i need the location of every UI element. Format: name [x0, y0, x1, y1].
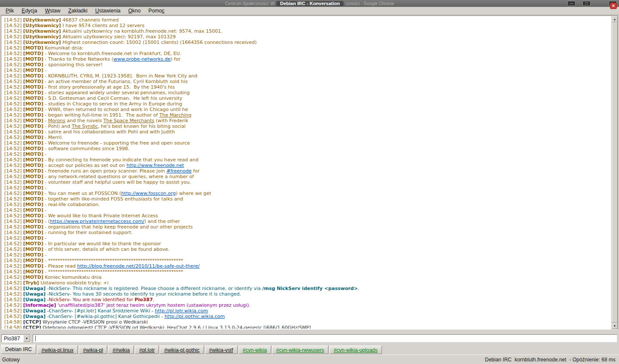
text-cursor	[35, 336, 36, 341]
chat-text: for	[192, 168, 200, 174]
chevron-down-icon[interactable]: ▼	[23, 335, 30, 342]
nickname-value: Pio387	[4, 336, 20, 342]
nickname-dropdown[interactable]: Pio387 ▼	[1, 334, 31, 342]
menu-item-ustawienia[interactable]: Ustawienia	[91, 7, 124, 15]
menu-item-zakadki[interactable]: Zakładki	[64, 7, 91, 15]
chat-line: [14:52] [MOTD] - of this server, details…	[4, 247, 611, 252]
chat-text: - We would like to thank Private Interne…	[45, 213, 158, 219]
tab-debian-irc[interactable]: Debian IRC	[1, 345, 36, 354]
chat-text: - real-life collaboration.	[45, 202, 100, 207]
timestamp: [14:52]	[4, 135, 22, 140]
chat-line: [14:52] [Użytkownicy] Aktualni użytkowni…	[4, 34, 611, 40]
timestamp: [14:52]	[4, 263, 22, 269]
status-lag: - Opóźnienie: 68 ms	[569, 357, 616, 363]
chat-line: [14:52] [MOTD] - studies in Chicago to s…	[4, 101, 611, 107]
sender-label: [MOTD]	[23, 151, 43, 157]
chat-line: [14:52] [Tryb] Ustawiono osobiste tryby:…	[4, 280, 611, 286]
timestamp: [14:52]	[4, 258, 22, 263]
tab-wikia[interactable]: ##wikia	[108, 345, 134, 354]
chat-text: -NickServ- This nickname is registered. …	[47, 286, 262, 291]
chat-text: - organisations that help keep freenode …	[45, 224, 192, 230]
chat-text: 'unaffiliated/pio387' jest teraz twoim u…	[58, 302, 251, 308]
chat-text: Highest connection count: 15002 (15001 c…	[62, 40, 257, 45]
menu-item-plik[interactable]: Plik	[2, 7, 18, 15]
chat-text: Komunikat dnia:	[45, 45, 83, 51]
chat-link[interactable]: www.probe-networks.de	[113, 56, 170, 62]
sender-label: [Uwaga]	[23, 314, 46, 319]
timestamp: [14:52]	[4, 129, 22, 135]
window-title: Debian IRC - Konversation	[276, 1, 344, 6]
chat-text: - together with like-minded FOSS enthusi…	[45, 196, 183, 202]
sender-label: [MOTD]	[23, 107, 43, 112]
chat-line: [14:52] [MOTD] - began writing full-time…	[4, 112, 611, 118]
chat-text: -	[45, 235, 46, 241]
sender-label: [MOTD]	[23, 51, 43, 56]
chat-line: [14:52] [MOTD] -	[4, 185, 611, 191]
chat-text: /msg NickServ identify <password>	[262, 286, 358, 291]
menu-item-okno[interactable]: Okno	[124, 7, 145, 15]
menu-item-pomoc[interactable]: Pomoc	[145, 7, 168, 15]
timestamp: [14:52]	[4, 112, 22, 118]
tab-wikia-pl-linux[interactable]: #wikia-pl.linux	[37, 345, 78, 354]
timestamp: [14:52]	[4, 168, 22, 174]
timestamp: [14:52]	[4, 140, 22, 146]
tab-cvn-wikia-newusers[interactable]: #cvn-wikia-newusers	[272, 345, 328, 354]
tab-wikia-vstf[interactable]: #wikia-vstf	[205, 345, 238, 354]
chat-line: [14:52] [MOTD] - an active member of the…	[4, 79, 611, 84]
sender-label: [Użytkownicy]	[23, 28, 61, 34]
scrollbar-thumb[interactable]	[612, 22, 618, 323]
timestamp: [14:52]	[4, 196, 22, 202]
sender-label: [CTCP]	[23, 319, 41, 325]
chat-link[interactable]: #freenode	[167, 168, 192, 174]
status-server-info: Debian IRC kornbluth.freenode.net - Opóź…	[485, 357, 616, 363]
chat-text: - Pohl) and	[45, 123, 71, 129]
message-input[interactable]	[33, 334, 617, 342]
sender-label: [MOTD]	[23, 101, 43, 107]
minimize-icon[interactable]: —	[567, 1, 576, 6]
menu-item-wstaw[interactable]: Wstaw	[41, 7, 64, 15]
chat-link[interactable]: http://pl.gothic.wikia.com	[164, 314, 225, 319]
chat-line: [14:52] [Uwaga] -ChanServ- [#pl.lotr] Ka…	[4, 308, 611, 314]
chat-text: -	[45, 118, 48, 123]
chat-link[interactable]: http://www.fosscon.org	[121, 191, 176, 196]
maximize-icon[interactable]: □	[582, 1, 591, 6]
timestamp: [14:52]	[4, 68, 22, 73]
chat-text: -	[45, 252, 46, 258]
sender-label: [MOTD]	[23, 118, 43, 123]
tab-cvn-wikia[interactable]: #cvn-wikia	[238, 345, 271, 354]
sender-label: [MOTD]	[23, 258, 43, 263]
timestamp: [14:52]	[4, 118, 22, 123]
timestamp: [14:52]	[4, 235, 22, 241]
chat-line: [14:52] [MOTD] -	[4, 207, 611, 213]
chat-text: - of this server, details of which can b…	[45, 247, 170, 252]
sender-label: [MOTD]	[23, 62, 43, 68]
chat-text: Aktualni użytkownicy na kornbluth.freeno…	[62, 28, 223, 34]
tab-pl-lotr[interactable]: #pl.lotr	[135, 345, 159, 354]
chat-view[interactable]: [14:52] [Użytkownicy] 46837 channels for…	[2, 16, 611, 329]
title-bar: Centrum Społeczności: W Debian IRC - Kon…	[0, 0, 619, 7]
chat-text: Ustawiono osobiste tryby: +i	[40, 280, 108, 286]
sender-label: [MOTD]	[23, 174, 43, 179]
chat-line: [14:52] [MOTD] - WWII, then returned to …	[4, 107, 611, 112]
chat-text: .	[358, 286, 359, 291]
sender-label: [MOTD]	[23, 112, 43, 118]
timestamp: [14:52]	[4, 308, 22, 314]
scroll-up-icon[interactable]: ▲	[612, 16, 618, 22]
close-tab-icon[interactable]: ×	[610, 3, 617, 9]
chat-link[interactable]: https://www.privateinternetaccess.com/	[50, 219, 144, 224]
tab-cvn-wikia-uploads[interactable]: #cvn-wikia-uploads	[329, 345, 382, 354]
chat-link[interactable]: http://blog.freenode.net/2010/11/be-safe…	[77, 263, 200, 269]
chat-text: - first story professionally at age 15. …	[45, 84, 175, 90]
menu-item-edycja[interactable]: Edycja	[18, 7, 41, 15]
sender-label: [MOTD]	[23, 196, 43, 202]
scroll-down-icon[interactable]: ▼	[612, 323, 618, 329]
tab-wikia-pl[interactable]: #wikia-pl	[79, 345, 108, 354]
chat-line: [14:52] [Użytkownicy] Highest connection…	[4, 40, 611, 45]
chat-line: [14:52] [MOTD] - software communities si…	[4, 146, 611, 151]
sender-label: [Uwaga]	[23, 297, 46, 302]
chat-line: [14:52] [Uwaga] -ChanServ- [#wikia-pl.go…	[4, 314, 611, 319]
chat-link[interactable]: http://www.freenode.net	[127, 163, 184, 168]
tab-wikia-pl-gothic[interactable]: #wikia-pl.gothic	[160, 345, 204, 354]
scrollbar[interactable]: ▲ ▼	[611, 16, 618, 329]
chat-link[interactable]: http://pl.lotr.wikia.com	[155, 308, 208, 314]
